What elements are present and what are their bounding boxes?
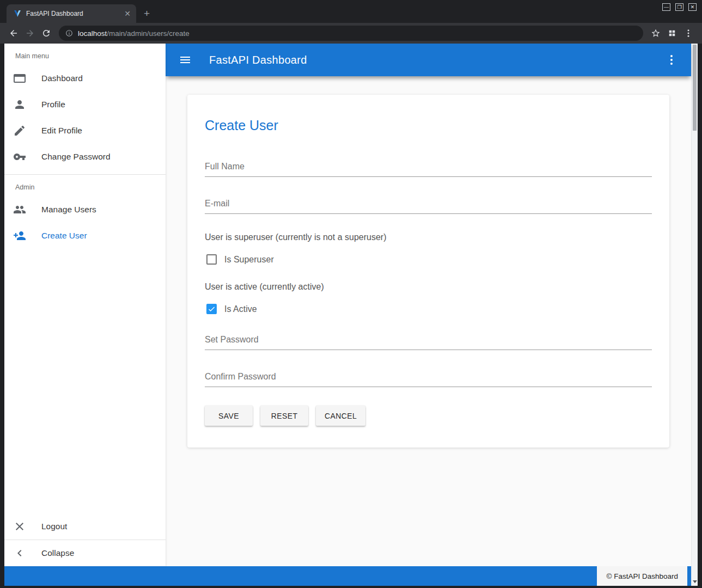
superuser-checkbox-label[interactable]: Is Superuser (224, 255, 274, 265)
create-user-card: Create User User is superuser (currently… (187, 95, 669, 448)
browser-window: FastAPI Dashboard ✕ + — ❒ ✕ localhost/ma… (0, 0, 702, 588)
sidebar-item-dashboard[interactable]: Dashboard (4, 65, 166, 91)
sidebar-caption-admin: Admin (4, 175, 166, 197)
content-area: Create User User is superuser (currently… (166, 76, 691, 566)
browser-tab-strip: FastAPI Dashboard ✕ + — ❒ ✕ (0, 0, 702, 23)
sidebar-item-collapse[interactable]: Collapse (4, 540, 166, 566)
sidebar: Main menu Dashboard Profile (4, 44, 166, 566)
minimize-button[interactable]: — (662, 3, 670, 11)
url-text: localhost/main/admin/users/create (78, 29, 190, 38)
form-actions: SAVE RESET CANCEL (205, 406, 652, 426)
chevron-left-icon (13, 547, 26, 560)
superuser-checkbox[interactable] (206, 254, 217, 265)
reload-icon[interactable] (38, 25, 54, 41)
sidebar-caption-main-menu: Main menu (4, 44, 166, 65)
footer-copyright: © FastAPI Dashboard (597, 566, 687, 586)
active-checkbox-row[interactable]: Is Active (205, 304, 652, 314)
url-path: /main/admin/users/create (107, 29, 190, 38)
new-tab-button[interactable]: + (144, 9, 150, 18)
reset-button[interactable]: RESET (260, 406, 308, 426)
email-field (205, 195, 652, 214)
appbar-title: FastAPI Dashboard (209, 54, 307, 66)
logout-close-icon (13, 520, 26, 533)
superuser-checkbox-row[interactable]: Is Superuser (205, 254, 652, 265)
sidebar-item-label: Collapse (41, 548, 74, 558)
browser-menu-icon[interactable] (680, 25, 697, 41)
set-password-field (205, 332, 652, 350)
sidebar-item-logout[interactable]: Logout (4, 513, 166, 540)
url-host: localhost (78, 29, 107, 38)
sidebar-item-label: Logout (41, 522, 67, 531)
sidebar-item-edit-profile[interactable]: Edit Profile (4, 118, 166, 144)
forward-icon[interactable] (22, 25, 38, 41)
active-checkbox[interactable] (206, 304, 217, 314)
sidebar-item-profile[interactable]: Profile (4, 91, 166, 118)
main-area: FastAPI Dashboard Create User (166, 44, 691, 566)
sidebar-item-label: Edit Profile (41, 126, 82, 136)
person-add-icon (13, 229, 26, 242)
confirm-password-field (205, 369, 652, 387)
browser-toolbar: localhost/main/admin/users/create (0, 23, 702, 44)
page-title: Create User (205, 118, 652, 133)
app-bar: FastAPI Dashboard (166, 44, 691, 76)
people-icon (13, 203, 26, 216)
pencil-icon (13, 124, 26, 137)
person-icon (13, 98, 26, 111)
active-hint: User is active (currently active) (205, 282, 652, 292)
scrollbar-down-arrow-icon[interactable] (692, 579, 698, 584)
cancel-button[interactable]: CANCEL (316, 406, 365, 426)
footer: © FastAPI Dashboard (4, 566, 691, 586)
full-name-field (205, 158, 652, 177)
tab-close-icon[interactable]: ✕ (123, 9, 132, 18)
appbar-kebab-icon[interactable] (661, 49, 682, 71)
full-name-input[interactable] (205, 158, 652, 177)
bookmark-star-icon[interactable] (648, 25, 664, 41)
vuetify-favicon-icon (13, 9, 22, 18)
extensions-icon[interactable] (664, 25, 680, 41)
dashboard-icon (13, 72, 26, 85)
hamburger-menu-icon[interactable] (174, 49, 196, 71)
sidebar-item-create-user[interactable]: Create User (4, 223, 166, 249)
page: Main menu Dashboard Profile (4, 44, 698, 586)
maximize-button[interactable]: ❒ (675, 3, 683, 11)
email-input[interactable] (205, 195, 652, 214)
sidebar-item-label: Manage Users (41, 205, 96, 215)
window-close-button[interactable]: ✕ (688, 3, 697, 11)
page-body: Main menu Dashboard Profile (4, 44, 698, 566)
sidebar-spacer (4, 249, 166, 513)
key-icon (13, 150, 26, 163)
browser-tab[interactable]: FastAPI Dashboard ✕ (7, 4, 136, 23)
back-icon[interactable] (5, 25, 22, 41)
sidebar-item-label: Dashboard (41, 74, 83, 83)
tab-title: FastAPI Dashboard (26, 10, 119, 17)
sidebar-item-manage-users[interactable]: Manage Users (4, 197, 166, 223)
sidebar-item-change-password[interactable]: Change Password (4, 144, 166, 170)
save-button[interactable]: SAVE (205, 406, 253, 426)
active-checkbox-label[interactable]: Is Active (224, 304, 257, 314)
check-icon (207, 305, 216, 313)
sidebar-item-label: Profile (41, 100, 65, 109)
address-bar[interactable]: localhost/main/admin/users/create (59, 26, 643, 41)
sidebar-item-label: Change Password (41, 152, 111, 162)
sidebar-item-label: Create User (41, 231, 87, 241)
window-controls: — ❒ ✕ (662, 3, 697, 11)
confirm-password-input[interactable] (205, 369, 652, 387)
site-info-icon[interactable] (65, 29, 73, 37)
scrollbar-thumb[interactable] (693, 45, 697, 131)
set-password-input[interactable] (205, 332, 652, 350)
page-scrollbar[interactable] (691, 44, 698, 586)
superuser-hint: User is superuser (currently is not a su… (205, 232, 652, 242)
